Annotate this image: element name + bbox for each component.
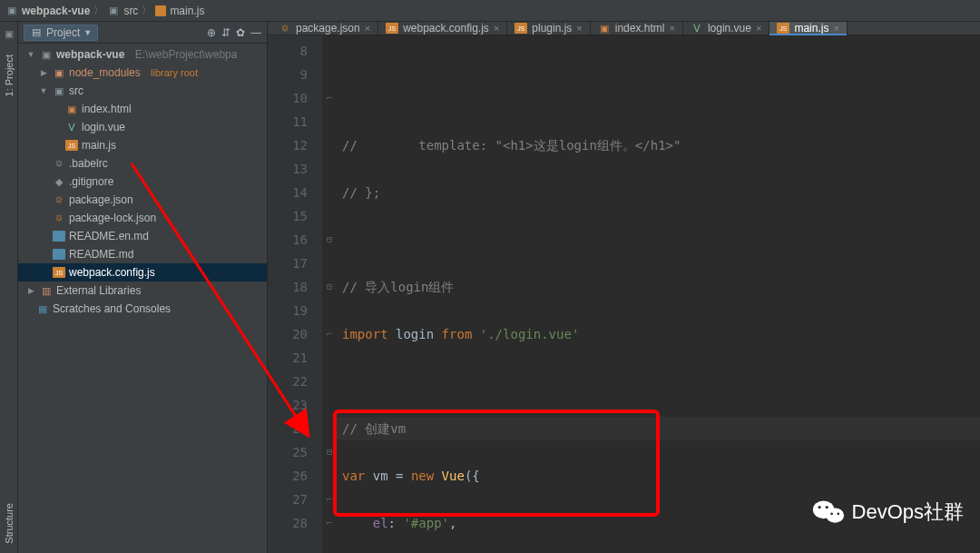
folder-icon: ▣ bbox=[5, 5, 18, 17]
html-file-icon: ▣ bbox=[598, 22, 611, 35]
tree-label: node_modules bbox=[69, 66, 141, 79]
json-file-icon: ⛭ bbox=[53, 212, 65, 224]
close-icon[interactable]: × bbox=[669, 23, 674, 34]
code-line bbox=[342, 86, 980, 110]
fold-column[interactable]: ⌐ ⊟ ⊟ ⌐ ⊟ ⌐⌐ bbox=[322, 35, 337, 553]
code-line: var vm = new Vue({ bbox=[342, 464, 980, 488]
tab-package-json[interactable]: ⛭ package.json × bbox=[271, 22, 378, 35]
close-icon[interactable]: × bbox=[576, 23, 582, 34]
tree-file-main-js[interactable]: JS main.js bbox=[18, 136, 267, 154]
project-pane: ▤ Project ▼ ⊕ ⇵ ✿ — ▼ ▣ webpack-vue E:\w… bbox=[18, 22, 268, 553]
breadcrumb-item[interactable]: ▣ src bbox=[107, 5, 138, 17]
main-area: ▣ 1: Project Structure ▤ Project ▼ ⊕ ⇵ ✿… bbox=[0, 22, 980, 553]
tree-label: README.en.md bbox=[69, 230, 149, 242]
vue-file-icon: V bbox=[65, 121, 78, 133]
line-gutter: 8910 111213 141516 171819 202122 232425 … bbox=[268, 35, 322, 553]
tree-label: README.md bbox=[69, 248, 133, 261]
project-tool-label[interactable]: 1: Project bbox=[4, 51, 15, 100]
project-icon: ▤ bbox=[30, 26, 43, 39]
breadcrumb-separator: 〉 bbox=[142, 4, 152, 17]
tab-label: main.js bbox=[794, 22, 828, 35]
code-line bbox=[342, 370, 980, 393]
breadcrumb-label: main.js bbox=[170, 5, 204, 17]
js-file-icon: JS bbox=[386, 23, 398, 34]
breadcrumb-separator: 〉 bbox=[93, 4, 103, 17]
library-icon: ▥ bbox=[40, 284, 53, 297]
breadcrumb-label: webpack-vue bbox=[22, 5, 90, 17]
project-toolbar: ▤ Project ▼ ⊕ ⇵ ✿ — bbox=[18, 22, 267, 44]
folder-icon: ▣ bbox=[40, 48, 53, 61]
code-line: import login from './login.vue' bbox=[342, 322, 980, 346]
breadcrumb-item[interactable]: main.js bbox=[155, 5, 204, 17]
tab-index-html[interactable]: ▣ index.html × bbox=[591, 22, 683, 35]
tab-main-js[interactable]: JS main.js × bbox=[769, 22, 847, 35]
code-line: el: '#app', bbox=[342, 511, 980, 535]
close-icon[interactable]: × bbox=[365, 23, 370, 34]
tree-label: main.js bbox=[82, 139, 116, 152]
tree-file-readme-en[interactable]: README.en.md bbox=[18, 227, 267, 245]
code-line: // }; bbox=[342, 181, 980, 204]
tree-file-index-html[interactable]: ▣ index.html bbox=[18, 100, 267, 118]
code-line: // 导入login组件 bbox=[342, 275, 980, 299]
tree-label: package.json bbox=[69, 193, 133, 206]
target-icon[interactable]: ⊕ bbox=[207, 26, 216, 39]
code-editor[interactable]: 8910 111213 141516 171819 202122 232425 … bbox=[268, 35, 980, 553]
tab-login-vue[interactable]: V login.vue × bbox=[683, 22, 769, 35]
folder-icon: ▣ bbox=[107, 5, 120, 17]
json-file-icon: ⛭ bbox=[53, 193, 65, 206]
tree-file-package-json[interactable]: ⛭ package.json bbox=[18, 191, 267, 209]
breadcrumb-item[interactable]: ▣ webpack-vue bbox=[5, 5, 90, 17]
tree-label: Scratches and Consoles bbox=[53, 302, 171, 315]
code-line: // template: "<h1>这是login组件。</h1>" bbox=[342, 133, 980, 157]
library-root-label: library root bbox=[151, 67, 198, 78]
folder-icon: ▣ bbox=[53, 66, 65, 79]
tree-label: src bbox=[69, 84, 83, 97]
md-file-icon bbox=[53, 249, 65, 260]
tree-node-modules[interactable]: ▶ ▣ node_modules library root bbox=[18, 64, 267, 82]
close-icon[interactable]: × bbox=[833, 23, 838, 34]
tree-file-webpack-config[interactable]: JS webpack.config.js bbox=[18, 263, 267, 281]
js-file-icon bbox=[155, 5, 166, 16]
md-file-icon bbox=[53, 231, 65, 242]
tree-file-babelrc[interactable]: ⛭ .babelrc bbox=[18, 154, 267, 173]
editor-area: ⛭ package.json × JS webpack.config.js × … bbox=[268, 22, 980, 553]
project-tree[interactable]: ▼ ▣ webpack-vue E:\webProject\webpa ▶ ▣ … bbox=[18, 44, 267, 320]
tree-label: webpack.config.js bbox=[69, 266, 155, 279]
code-content[interactable]: // template: "<h1>这是login组件。</h1>" // };… bbox=[337, 35, 980, 553]
close-icon[interactable]: × bbox=[756, 23, 761, 34]
tree-file-readme-md[interactable]: README.md bbox=[18, 245, 267, 263]
tab-webpack-config[interactable]: JS webpack.config.js × bbox=[378, 22, 507, 35]
tree-scratches[interactable]: ▦ Scratches and Consoles bbox=[18, 300, 267, 318]
structure-tool-label[interactable]: Structure bbox=[4, 499, 15, 548]
tab-label: index.html bbox=[615, 22, 665, 35]
gear-icon[interactable]: ✿ bbox=[236, 26, 245, 39]
tree-external-libs[interactable]: ▶ ▥ External Libraries bbox=[18, 281, 267, 300]
tree-label: .babelrc bbox=[69, 157, 108, 170]
close-icon[interactable]: × bbox=[494, 23, 499, 34]
js-file-icon: JS bbox=[514, 23, 527, 34]
json-file-icon: ⛭ bbox=[279, 22, 291, 35]
hide-icon[interactable]: — bbox=[250, 26, 261, 39]
code-line: // 创建vm bbox=[342, 417, 980, 440]
tree-label: login.vue bbox=[82, 121, 125, 133]
tree-file-gitignore[interactable]: ◆ .gitignore bbox=[18, 173, 267, 191]
tree-root[interactable]: ▼ ▣ webpack-vue E:\webProject\webpa bbox=[18, 45, 267, 64]
collapse-icon[interactable]: ⇵ bbox=[221, 26, 230, 39]
file-icon: ◆ bbox=[53, 175, 65, 188]
chevron-down-icon: ▼ bbox=[83, 28, 92, 37]
dropdown-label: Project bbox=[46, 26, 80, 39]
js-file-icon: JS bbox=[53, 267, 65, 278]
file-icon: ⛭ bbox=[53, 157, 65, 170]
tree-file-login-vue[interactable]: V login.vue bbox=[18, 118, 267, 136]
breadcrumb-label: src bbox=[123, 5, 138, 17]
tab-label: webpack.config.js bbox=[403, 22, 489, 35]
tree-file-package-lock[interactable]: ⛭ package-lock.json bbox=[18, 209, 267, 227]
js-file-icon: JS bbox=[777, 23, 789, 34]
tab-plugin-js[interactable]: JS plugin.js × bbox=[507, 22, 590, 35]
tree-src[interactable]: ▼ ▣ src bbox=[18, 82, 267, 100]
tree-label: index.html bbox=[82, 103, 132, 115]
tree-label: .gitignore bbox=[69, 175, 113, 188]
tab-label: login.vue bbox=[708, 22, 751, 35]
tool-icon[interactable]: ▣ bbox=[3, 27, 15, 40]
project-view-dropdown[interactable]: ▤ Project ▼ bbox=[24, 25, 98, 41]
